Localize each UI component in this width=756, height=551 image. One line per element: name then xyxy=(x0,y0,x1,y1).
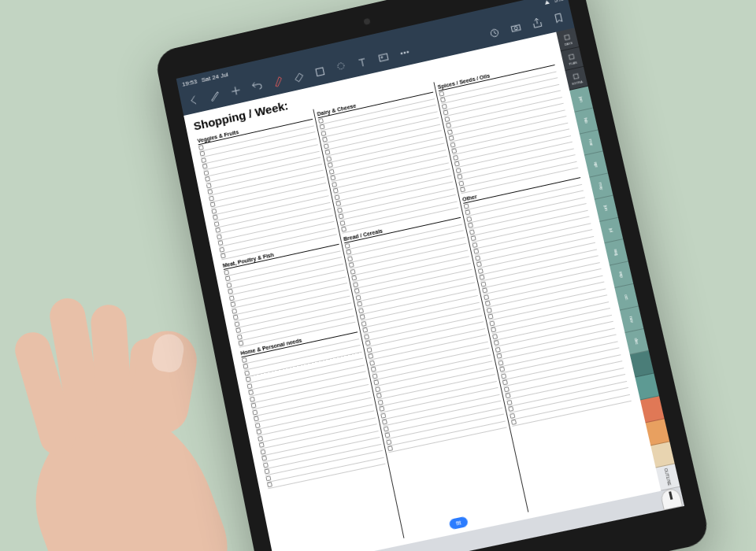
checkbox[interactable] xyxy=(263,462,269,468)
checkbox[interactable] xyxy=(368,353,373,359)
checkbox[interactable] xyxy=(232,309,237,314)
checkbox[interactable] xyxy=(349,262,354,268)
checkbox[interactable] xyxy=(372,373,378,379)
checkbox[interactable] xyxy=(446,123,451,128)
checkbox[interactable] xyxy=(198,145,204,150)
checkbox[interactable] xyxy=(230,301,235,307)
checkbox[interactable] xyxy=(366,347,372,353)
checkbox[interactable] xyxy=(502,379,508,385)
checkbox[interactable] xyxy=(258,436,263,442)
checkbox[interactable] xyxy=(511,420,517,425)
checkbox[interactable] xyxy=(239,341,244,346)
shape-tool[interactable] xyxy=(312,64,328,80)
checkbox[interactable] xyxy=(267,482,272,487)
checkbox[interactable] xyxy=(254,416,259,422)
checkbox[interactable] xyxy=(384,426,389,431)
checkbox[interactable] xyxy=(476,261,482,267)
checkbox[interactable] xyxy=(220,253,226,259)
checkbox[interactable] xyxy=(226,283,232,288)
checkbox[interactable] xyxy=(501,373,506,379)
checkbox[interactable] xyxy=(235,327,241,333)
checkbox[interactable] xyxy=(506,393,511,398)
checkbox[interactable] xyxy=(478,268,484,274)
checkbox[interactable] xyxy=(318,118,324,124)
lasso-tool[interactable] xyxy=(333,59,350,76)
more-tool[interactable] xyxy=(396,45,413,61)
checkbox[interactable] xyxy=(364,334,369,339)
checkbox[interactable] xyxy=(373,379,379,385)
checkbox[interactable] xyxy=(326,156,332,161)
checkbox[interactable] xyxy=(472,242,477,248)
checkbox[interactable] xyxy=(382,420,387,425)
checkbox[interactable] xyxy=(504,386,510,392)
checkbox[interactable] xyxy=(479,275,484,280)
checkbox[interactable] xyxy=(450,142,455,147)
checkbox[interactable] xyxy=(237,335,243,340)
checkbox[interactable] xyxy=(365,341,371,346)
checkbox[interactable] xyxy=(202,164,208,169)
checkbox[interactable] xyxy=(322,137,328,142)
checkbox[interactable] xyxy=(256,429,261,435)
checkbox[interactable] xyxy=(218,240,224,246)
checkbox[interactable] xyxy=(353,282,358,287)
checkbox[interactable] xyxy=(444,116,450,122)
pen-tool[interactable] xyxy=(206,87,223,104)
checkbox[interactable] xyxy=(320,124,325,130)
checkbox[interactable] xyxy=(508,406,513,412)
checkbox[interactable] xyxy=(439,91,444,96)
checkbox[interactable] xyxy=(498,360,503,365)
checkbox[interactable] xyxy=(350,269,355,275)
checkbox[interactable] xyxy=(454,161,460,167)
checkbox[interactable] xyxy=(346,250,351,255)
checkbox[interactable] xyxy=(453,155,458,161)
checkbox[interactable] xyxy=(466,216,472,222)
checkbox[interactable] xyxy=(251,403,257,409)
checkbox[interactable] xyxy=(265,469,270,475)
checkbox[interactable] xyxy=(387,446,393,451)
back-button[interactable] xyxy=(186,92,202,109)
share-icon[interactable] xyxy=(528,15,545,31)
checkbox[interactable] xyxy=(337,207,343,213)
checkbox[interactable] xyxy=(491,327,496,332)
checkbox[interactable] xyxy=(213,215,218,220)
checkbox[interactable] xyxy=(369,360,375,365)
checkbox[interactable] xyxy=(228,289,233,294)
checkbox[interactable] xyxy=(211,209,217,214)
checkbox[interactable] xyxy=(458,180,464,186)
checkbox[interactable] xyxy=(485,301,491,306)
checkbox[interactable] xyxy=(324,143,329,149)
checkbox[interactable] xyxy=(379,406,384,412)
checkbox[interactable] xyxy=(345,243,350,249)
checkbox[interactable] xyxy=(255,423,261,428)
checkbox[interactable] xyxy=(375,386,380,392)
checkbox[interactable] xyxy=(440,98,446,103)
checkbox[interactable] xyxy=(200,151,206,157)
checkbox[interactable] xyxy=(234,321,239,327)
checkbox[interactable] xyxy=(214,221,220,227)
checkbox[interactable] xyxy=(203,170,209,176)
checkbox[interactable] xyxy=(242,357,247,363)
checkbox[interactable] xyxy=(358,308,364,313)
checkbox[interactable] xyxy=(449,135,454,141)
checkbox[interactable] xyxy=(357,301,362,307)
checkbox[interactable] xyxy=(460,187,465,193)
checkbox[interactable] xyxy=(510,413,515,419)
checkbox[interactable] xyxy=(224,269,229,275)
checkbox[interactable] xyxy=(360,314,365,320)
timer-icon[interactable] xyxy=(486,24,502,41)
camera-icon[interactable] xyxy=(507,20,524,36)
checkbox[interactable] xyxy=(341,227,346,232)
checkbox[interactable] xyxy=(328,162,333,168)
checkbox[interactable] xyxy=(362,327,368,333)
checkbox[interactable] xyxy=(225,276,231,282)
checkbox[interactable] xyxy=(480,281,486,287)
checkbox[interactable] xyxy=(260,449,265,454)
checkbox[interactable] xyxy=(361,321,366,327)
checkbox[interactable] xyxy=(206,183,212,188)
checkbox[interactable] xyxy=(384,433,390,438)
eraser-tool[interactable] xyxy=(291,68,307,85)
bookmark-icon[interactable] xyxy=(550,9,567,26)
checkbox[interactable] xyxy=(473,249,479,254)
checkbox[interactable] xyxy=(457,174,462,179)
checkbox[interactable] xyxy=(201,157,206,163)
